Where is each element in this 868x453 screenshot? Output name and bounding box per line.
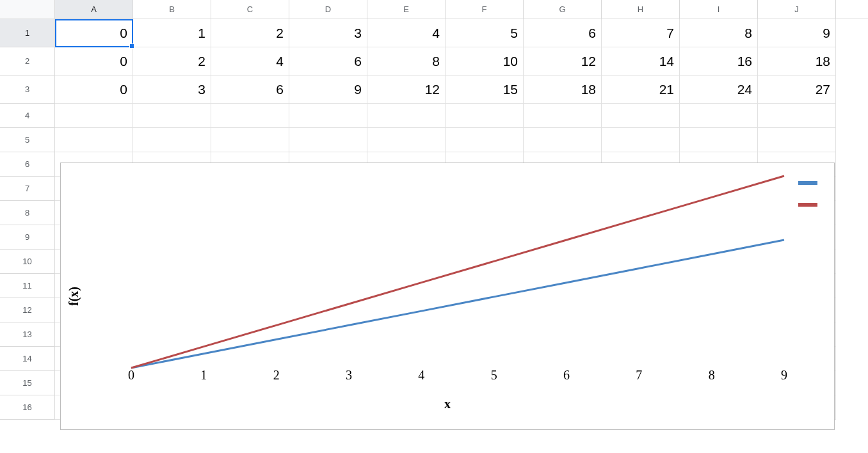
row-header-11[interactable]: 11 bbox=[0, 274, 55, 298]
cell-B2[interactable]: 2 bbox=[133, 47, 211, 76]
y-axis-label: f(x) bbox=[67, 287, 81, 306]
grid-row-2: 024681012141618 bbox=[55, 47, 836, 76]
row-header-7[interactable]: 7 bbox=[0, 177, 55, 201]
row-header-9[interactable]: 9 bbox=[0, 225, 55, 250]
cell-H2[interactable]: 14 bbox=[602, 47, 680, 76]
chart[interactable]: f(x) 0123456789 x bbox=[60, 163, 835, 430]
cell-E5[interactable] bbox=[367, 128, 446, 152]
row-header-6[interactable]: 6 bbox=[0, 152, 55, 177]
cell-D5[interactable] bbox=[289, 128, 367, 152]
row-header-5[interactable]: 5 bbox=[0, 128, 55, 152]
grid-row-1: 0123456789 bbox=[55, 19, 836, 47]
x-tick-5: 5 bbox=[491, 368, 497, 383]
chart-plot-area bbox=[131, 176, 784, 368]
cell-C2[interactable]: 4 bbox=[211, 47, 289, 76]
cell-D2[interactable]: 6 bbox=[289, 47, 367, 76]
col-header-D[interactable]: D bbox=[289, 0, 367, 19]
cell-D1[interactable]: 3 bbox=[289, 19, 367, 47]
chart-svg bbox=[131, 176, 784, 368]
col-header-tail bbox=[836, 0, 868, 19]
row-header-16[interactable]: 16 bbox=[0, 395, 55, 420]
cell-I4[interactable] bbox=[680, 104, 758, 128]
cell-G1[interactable]: 6 bbox=[524, 19, 602, 47]
cell-J3[interactable]: 27 bbox=[758, 76, 836, 104]
cell-H3[interactable]: 21 bbox=[602, 76, 680, 104]
cell-H5[interactable] bbox=[602, 128, 680, 152]
cell-G5[interactable] bbox=[524, 128, 602, 152]
col-header-G[interactable]: G bbox=[524, 0, 602, 19]
col-header-H[interactable]: H bbox=[602, 0, 680, 19]
cell-H4[interactable] bbox=[602, 104, 680, 128]
row-header-13[interactable]: 13 bbox=[0, 322, 55, 347]
row-header-2[interactable]: 2 bbox=[0, 47, 55, 76]
row-headers: 12345678910111213141516 bbox=[0, 19, 55, 420]
cell-E2[interactable]: 8 bbox=[367, 47, 446, 76]
row-header-1[interactable]: 1 bbox=[0, 19, 55, 47]
cell-F3[interactable]: 15 bbox=[446, 76, 524, 104]
grid-row-3: 0369121518212427 bbox=[55, 76, 836, 104]
cell-I3[interactable]: 24 bbox=[680, 76, 758, 104]
row-header-3[interactable]: 3 bbox=[0, 76, 55, 104]
cell-B5[interactable] bbox=[133, 128, 211, 152]
cell-I5[interactable] bbox=[680, 128, 758, 152]
cell-A4[interactable] bbox=[55, 104, 133, 128]
cell-J5[interactable] bbox=[758, 128, 836, 152]
cell-B1[interactable]: 1 bbox=[133, 19, 211, 47]
spreadsheet: ABCDEFGHIJ 12345678910111213141516 01234… bbox=[0, 0, 868, 453]
cell-F1[interactable]: 5 bbox=[446, 19, 524, 47]
cell-D4[interactable] bbox=[289, 104, 367, 128]
select-all-corner[interactable] bbox=[0, 0, 55, 19]
cell-G4[interactable] bbox=[524, 104, 602, 128]
legend bbox=[798, 181, 817, 207]
chart-series-0 bbox=[131, 240, 784, 368]
cell-A5[interactable] bbox=[55, 128, 133, 152]
chart-inner: f(x) 0123456789 x bbox=[61, 163, 834, 429]
cell-G3[interactable]: 18 bbox=[524, 76, 602, 104]
col-header-J[interactable]: J bbox=[758, 0, 836, 19]
cell-G2[interactable]: 12 bbox=[524, 47, 602, 76]
x-tick-labels: 0123456789 bbox=[131, 368, 784, 387]
row-header-4[interactable]: 4 bbox=[0, 104, 55, 128]
cell-H1[interactable]: 7 bbox=[602, 19, 680, 47]
col-header-A[interactable]: A bbox=[55, 0, 133, 19]
cell-C4[interactable] bbox=[211, 104, 289, 128]
grid-row-5 bbox=[55, 128, 836, 152]
col-header-C[interactable]: C bbox=[211, 0, 289, 19]
cell-F2[interactable]: 10 bbox=[446, 47, 524, 76]
cell-B3[interactable]: 3 bbox=[133, 76, 211, 104]
cell-J4[interactable] bbox=[758, 104, 836, 128]
cell-I1[interactable]: 8 bbox=[680, 19, 758, 47]
cell-D3[interactable]: 9 bbox=[289, 76, 367, 104]
x-tick-6: 6 bbox=[563, 368, 570, 383]
row-header-10[interactable]: 10 bbox=[0, 250, 55, 274]
cell-A3[interactable]: 0 bbox=[55, 76, 133, 104]
cell-I2[interactable]: 16 bbox=[680, 47, 758, 76]
row-header-15[interactable]: 15 bbox=[0, 371, 55, 395]
row-header-14[interactable]: 14 bbox=[0, 347, 55, 371]
cell-B4[interactable] bbox=[133, 104, 211, 128]
cell-C1[interactable]: 2 bbox=[211, 19, 289, 47]
cell-J2[interactable]: 18 bbox=[758, 47, 836, 76]
cell-F5[interactable] bbox=[446, 128, 524, 152]
x-tick-2: 2 bbox=[273, 368, 280, 383]
grid-row-4 bbox=[55, 104, 836, 128]
cell-E3[interactable]: 12 bbox=[367, 76, 446, 104]
column-headers: ABCDEFGHIJ bbox=[0, 0, 868, 19]
col-header-I[interactable]: I bbox=[680, 0, 758, 19]
cell-E4[interactable] bbox=[367, 104, 446, 128]
x-tick-0: 0 bbox=[128, 368, 134, 383]
row-header-12[interactable]: 12 bbox=[0, 298, 55, 322]
cell-J1[interactable]: 9 bbox=[758, 19, 836, 47]
row-header-8[interactable]: 8 bbox=[0, 201, 55, 225]
cell-C5[interactable] bbox=[211, 128, 289, 152]
col-header-B[interactable]: B bbox=[133, 0, 211, 19]
cell-F4[interactable] bbox=[446, 104, 524, 128]
cell-C3[interactable]: 6 bbox=[211, 76, 289, 104]
col-header-E[interactable]: E bbox=[367, 0, 446, 19]
chart-series-1 bbox=[131, 176, 784, 368]
col-header-F[interactable]: F bbox=[446, 0, 524, 19]
x-axis-label: x bbox=[61, 397, 834, 411]
cell-A2[interactable]: 0 bbox=[55, 47, 133, 76]
cell-A1[interactable]: 0 bbox=[55, 19, 133, 47]
cell-E1[interactable]: 4 bbox=[367, 19, 446, 47]
